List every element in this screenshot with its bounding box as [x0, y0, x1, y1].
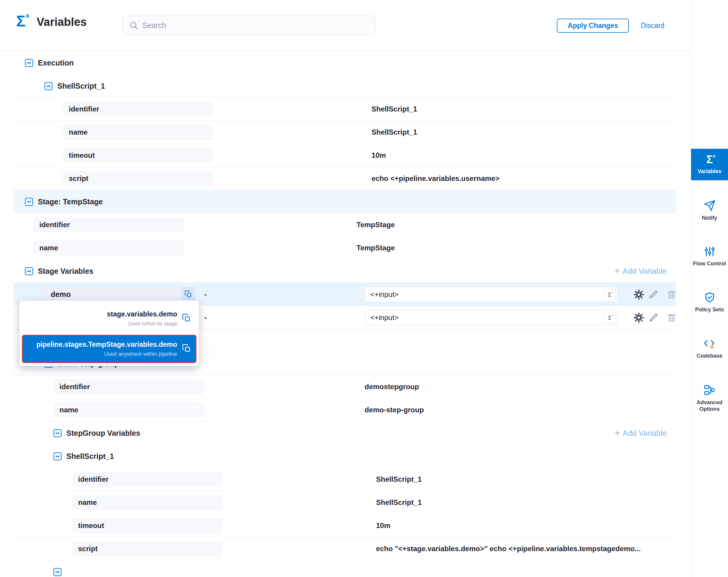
- runtime-input-icon[interactable]: Σ: [604, 312, 615, 323]
- collapse-icon[interactable]: [53, 429, 61, 437]
- field-value: ShellScript_1: [371, 105, 417, 113]
- field-key-label: identifier: [40, 221, 70, 229]
- collapse-icon[interactable]: [45, 82, 53, 90]
- collapse-icon[interactable]: [25, 198, 33, 206]
- stepgroup-variables-header: StepGroup Variables Add Variable: [14, 422, 676, 445]
- rail-item-codebase[interactable]: Codebase: [691, 332, 728, 365]
- field-key-label: name: [69, 128, 88, 136]
- variable-value: <+input>: [370, 290, 398, 299]
- field-key-label: name: [59, 406, 78, 414]
- field-value: 10m: [371, 151, 386, 159]
- plus-icon: [615, 266, 620, 276]
- popup-option-stage-scope[interactable]: stage.variables.demo Used within its sta…: [22, 304, 197, 333]
- variable-required: -: [204, 313, 207, 322]
- field-row: name demo-step-group: [14, 399, 676, 422]
- settings-icon[interactable]: [633, 312, 645, 323]
- section-label: Execution: [38, 58, 74, 67]
- variable-path-popup: stage.variables.demo Used within its sta…: [20, 301, 199, 366]
- popup-option-title: stage.variables.demo: [107, 310, 177, 318]
- rail-item-label: Advanced Options: [692, 399, 727, 412]
- field-key-box: identifier: [53, 379, 204, 394]
- collapse-icon[interactable]: [53, 452, 61, 460]
- field-key-box: identifier: [33, 217, 183, 232]
- rail-item-label: Notify: [702, 215, 717, 222]
- discard-button[interactable]: Discard: [641, 19, 664, 33]
- section-label: Stage: TempStage: [38, 197, 103, 206]
- advanced-options-icon: [704, 384, 716, 396]
- section-label: ShellScript_1: [67, 452, 114, 461]
- popup-option-subtitle: Used anywhere within pipeline: [36, 351, 177, 357]
- field-key-label: script: [69, 174, 88, 183]
- section-row-stage: Stage: TempStage: [14, 190, 676, 214]
- rail-item-notify[interactable]: Notify: [691, 194, 728, 227]
- field-value: 10m: [376, 521, 390, 530]
- field-row: identifier demostepgroup: [14, 375, 676, 399]
- codebase-icon: [704, 337, 716, 350]
- search-box[interactable]: [122, 16, 375, 35]
- notify-icon: [704, 200, 716, 211]
- field-key-box: name: [63, 125, 213, 140]
- delete-icon[interactable]: [666, 289, 677, 300]
- page-header: Σ Variables Apply Changes Discard: [0, 0, 691, 51]
- copy-icon[interactable]: [182, 344, 191, 354]
- field-row: name TempStage: [14, 236, 676, 260]
- section-label: ShellScript_1: [57, 82, 105, 91]
- rail-item-advanced-options[interactable]: Advanced Options: [691, 379, 728, 418]
- field-value: ShellScript_1: [376, 475, 422, 483]
- copy-icon[interactable]: [181, 287, 195, 302]
- variable-value: <+input>: [370, 313, 398, 322]
- field-key-label: script: [78, 545, 98, 553]
- copy-icon[interactable]: [182, 313, 191, 324]
- search-input[interactable]: [142, 21, 368, 30]
- field-row: identifier TempStage: [14, 214, 676, 236]
- edit-icon[interactable]: [648, 289, 659, 300]
- runtime-input-icon[interactable]: Σ: [604, 289, 615, 300]
- search-icon: [129, 21, 138, 30]
- field-key-box: timeout: [72, 518, 222, 533]
- rail-item-label: Codebase: [697, 352, 722, 359]
- variable-name-box[interactable]: demo: [44, 287, 195, 302]
- field-value: TempStage: [357, 221, 395, 229]
- stage-variables-header: Stage Variables Add Variable: [14, 260, 676, 283]
- field-value: echo <+pipeline.variables.username>: [371, 174, 499, 183]
- rail-item-label: Flow Control: [693, 260, 726, 267]
- edit-icon[interactable]: [648, 312, 659, 323]
- field-key-box: identifier: [72, 472, 222, 487]
- rail-item-flow-control[interactable]: Flow Control: [691, 241, 728, 273]
- variable-value-input[interactable]: <+input> Σ: [365, 287, 618, 302]
- field-key-label: identifier: [59, 382, 90, 391]
- rail-item-policy-sets[interactable]: Policy Sets: [691, 286, 728, 319]
- plus-icon: [615, 428, 620, 438]
- field-key-box: script: [72, 541, 222, 556]
- field-key-label: timeout: [69, 151, 95, 159]
- apply-changes-button[interactable]: Apply Changes: [557, 19, 629, 33]
- settings-icon[interactable]: [633, 289, 645, 300]
- field-key-box: script: [63, 171, 213, 186]
- rail-item-label: Variables: [698, 168, 721, 175]
- flow-control-icon: [704, 246, 716, 257]
- rail-item-variables[interactable]: Σ Variables: [691, 149, 728, 180]
- add-variable-button[interactable]: Add Variable: [615, 266, 667, 276]
- delete-icon[interactable]: [666, 312, 677, 323]
- add-variable-button[interactable]: Add Variable: [615, 428, 667, 438]
- collapse-icon[interactable]: [53, 568, 61, 576]
- sigma-icon: Σ: [706, 154, 713, 165]
- field-key-label: name: [40, 244, 58, 252]
- field-row: name ShellScript_1: [14, 121, 676, 144]
- variable-name: demo: [51, 290, 71, 299]
- field-value: echo "<+stage.variables.demo>" echo <+pi…: [376, 545, 641, 553]
- field-key-label: name: [78, 498, 97, 507]
- rail-item-label: Policy Sets: [695, 306, 724, 313]
- variables-sigma-icon: Σ: [16, 13, 26, 29]
- field-key-box: name: [72, 495, 222, 510]
- variable-value-input[interactable]: <+input> Σ: [365, 310, 618, 325]
- section-row-partial: [14, 560, 676, 577]
- collapse-icon[interactable]: [25, 267, 33, 275]
- field-row: name ShellScript_1: [14, 491, 676, 514]
- field-row: identifier ShellScript_1: [14, 468, 676, 491]
- popup-option-pipeline-scope[interactable]: pipeline.stages.TempStage.variables.demo…: [22, 335, 197, 363]
- field-value: demostepgroup: [365, 382, 419, 391]
- field-value: ShellScript_1: [376, 498, 422, 507]
- collapse-icon[interactable]: [25, 59, 33, 67]
- section-label: StepGroup Variables: [67, 429, 140, 437]
